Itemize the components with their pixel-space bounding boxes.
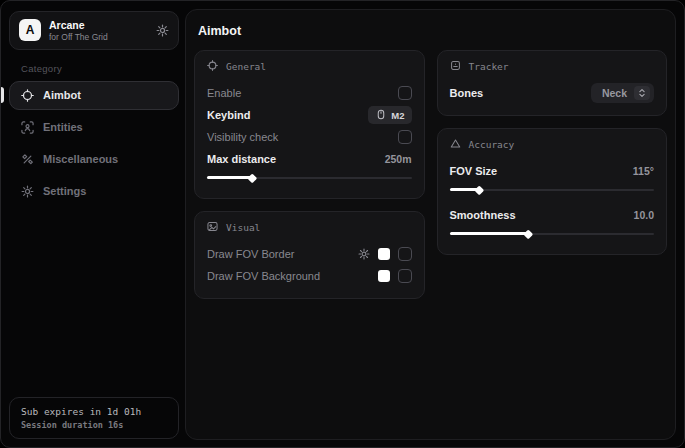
page-title: Aimbot bbox=[198, 24, 667, 38]
tracker-box-icon bbox=[450, 60, 461, 73]
fov-size-slider[interactable] bbox=[450, 185, 655, 194]
bones-row: Bones Neck bbox=[450, 82, 655, 104]
visual-card: Visual Draw FOV Border bbox=[194, 211, 425, 299]
fov-size-label: FOV Size bbox=[450, 165, 498, 177]
bones-select[interactable]: Neck bbox=[591, 83, 654, 103]
enable-row: Enable bbox=[207, 82, 412, 104]
fov-size-row: FOV Size 115° bbox=[450, 160, 655, 182]
mouse-icon bbox=[375, 109, 387, 122]
category-label: Category bbox=[21, 63, 179, 74]
draw-fov-border-row: Draw FOV Border bbox=[207, 243, 412, 265]
bones-value: Neck bbox=[602, 87, 627, 99]
sub-expiry-text: Sub expires in 1d 01h bbox=[21, 406, 167, 417]
subscription-status-card: Sub expires in 1d 01h Session duration 1… bbox=[9, 397, 179, 439]
app-logo: A bbox=[19, 19, 41, 41]
draw-fov-border-checkbox[interactable] bbox=[398, 247, 412, 261]
max-distance-slider[interactable] bbox=[207, 173, 412, 182]
brand-card: A Arcane for Off The Grid bbox=[9, 11, 179, 50]
smoothness-value: 10.0 bbox=[634, 209, 654, 221]
app-subtitle: for Off The Grid bbox=[49, 32, 148, 42]
keybind-label: Keybind bbox=[207, 109, 250, 121]
crosshair-icon bbox=[207, 60, 218, 73]
logo-letter: A bbox=[26, 23, 35, 37]
gear-icon bbox=[21, 185, 34, 198]
draw-fov-background-checkbox[interactable] bbox=[398, 269, 412, 283]
smoothness-slider[interactable] bbox=[450, 229, 655, 238]
draw-fov-border-label: Draw FOV Border bbox=[207, 248, 294, 260]
max-distance-row: Max distance 250m bbox=[207, 148, 412, 170]
section-title: Accuracy bbox=[469, 139, 515, 150]
tools-icon bbox=[21, 153, 34, 166]
enable-checkbox[interactable] bbox=[398, 86, 412, 100]
section-title: Visual bbox=[226, 222, 260, 233]
general-card: General Enable Keybind bbox=[194, 50, 425, 199]
sidebar-item-entities[interactable]: Entities bbox=[9, 113, 179, 142]
sidebar-item-settings[interactable]: Settings bbox=[9, 177, 179, 206]
angle-icon bbox=[450, 138, 461, 151]
max-distance-label: Max distance bbox=[207, 153, 276, 165]
slider-fill bbox=[450, 188, 479, 191]
keybind-button[interactable]: M2 bbox=[368, 106, 411, 124]
accuracy-card: Accuracy FOV Size 115° Smoothness 10.0 bbox=[437, 128, 668, 255]
bones-label: Bones bbox=[450, 87, 484, 99]
tracker-card: Tracker Bones Neck bbox=[437, 50, 668, 116]
app-window: A Arcane for Off The Grid Category bbox=[0, 0, 685, 448]
visibility-check-row: Visibility check bbox=[207, 126, 412, 148]
section-title: General bbox=[226, 61, 266, 72]
app-name: Arcane bbox=[49, 19, 148, 32]
sidebar: A Arcane for Off The Grid Category bbox=[1, 1, 179, 447]
smoothness-row: Smoothness 10.0 bbox=[450, 204, 655, 226]
slider-fill bbox=[207, 176, 252, 179]
keybind-row: Keybind M2 bbox=[207, 104, 412, 126]
fov-background-color-swatch[interactable] bbox=[378, 270, 390, 282]
max-distance-value: 250m bbox=[385, 153, 412, 165]
keybind-value: M2 bbox=[391, 110, 404, 121]
draw-fov-background-label: Draw FOV Background bbox=[207, 270, 320, 282]
chevron-up-down-icon bbox=[634, 86, 650, 100]
image-icon bbox=[207, 221, 218, 234]
section-title: Tracker bbox=[469, 61, 509, 72]
scan-person-icon bbox=[21, 121, 34, 134]
active-item-edge-indicator bbox=[1, 87, 4, 103]
sidebar-item-aimbot[interactable]: Aimbot bbox=[9, 81, 179, 110]
sidebar-item-miscellaneous[interactable]: Miscellaneous bbox=[9, 145, 179, 174]
draw-fov-background-row: Draw FOV Background bbox=[207, 265, 412, 287]
sidebar-item-label: Entities bbox=[43, 121, 83, 133]
sidebar-nav: Aimbot Entities bbox=[9, 81, 179, 206]
session-duration-text: Session duration 16s bbox=[21, 420, 167, 430]
sidebar-item-label: Settings bbox=[43, 185, 86, 197]
visibility-check-checkbox[interactable] bbox=[398, 130, 412, 144]
slider-fill bbox=[450, 232, 528, 235]
sidebar-item-label: Miscellaneous bbox=[43, 153, 118, 165]
enable-label: Enable bbox=[207, 87, 241, 99]
brand-gear-icon[interactable] bbox=[156, 24, 169, 37]
main-panel: Aimbot General Enable bbox=[185, 9, 676, 440]
sidebar-item-label: Aimbot bbox=[43, 89, 81, 101]
fov-size-value: 115° bbox=[633, 165, 654, 177]
smoothness-label: Smoothness bbox=[450, 209, 516, 221]
fov-border-gear-icon[interactable] bbox=[358, 248, 370, 260]
visibility-check-label: Visibility check bbox=[207, 131, 278, 143]
fov-border-color-swatch[interactable] bbox=[378, 248, 390, 260]
crosshair-icon bbox=[21, 89, 34, 102]
